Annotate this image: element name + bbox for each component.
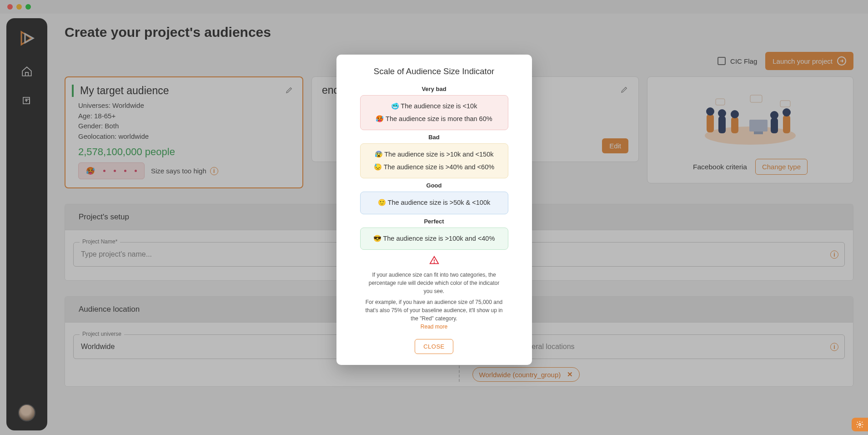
- settings-fab[interactable]: [852, 418, 868, 431]
- modal-overlay[interactable]: Scale of Audience Size Indicator Very ba…: [0, 0, 868, 435]
- modal-title: Scale of Audience Size Indicator: [347, 66, 521, 76]
- scale-box-verybad: 🥶 The audience size is <10k 🥵 The audien…: [360, 95, 508, 130]
- scale-line: 🥵 The audience size is more than 60%: [368, 113, 501, 126]
- scale-label-verybad: Very bad: [347, 86, 521, 92]
- svg-point-20: [434, 263, 434, 263]
- scale-box-good: 🙂 The audience size is >50k & <100k: [360, 192, 508, 214]
- scale-line: 🙂 The audience size is >50k & <100k: [368, 197, 501, 209]
- warning-icon: [347, 255, 521, 268]
- scale-line: 😓 The audience size is >40% and <60%: [368, 161, 501, 174]
- svg-point-21: [859, 424, 861, 426]
- scale-label-perfect: Perfect: [347, 218, 521, 225]
- scale-line: 😎 The audience size is >100k and <40%: [368, 233, 501, 245]
- scale-line: 🥶 The audience size is <10k: [368, 100, 501, 113]
- audience-scale-modal: Scale of Audience Size Indicator Very ba…: [336, 55, 532, 365]
- gear-icon: [856, 420, 864, 429]
- read-more-link[interactable]: Read more: [347, 324, 521, 330]
- modal-note-2: For example, if you have an audience siz…: [364, 298, 505, 323]
- modal-note-1: If your audience size can fit into two c…: [364, 271, 505, 295]
- scale-box-perfect: 😎 The audience size is >100k and <40%: [360, 228, 508, 250]
- scale-line: 😰 The audience size is >10k and <150k: [368, 148, 501, 161]
- scale-label-bad: Bad: [347, 134, 521, 141]
- scale-label-good: Good: [347, 182, 521, 189]
- close-button[interactable]: CLOSE: [415, 339, 453, 354]
- scale-box-bad: 😰 The audience size is >10k and <150k 😓 …: [360, 143, 508, 178]
